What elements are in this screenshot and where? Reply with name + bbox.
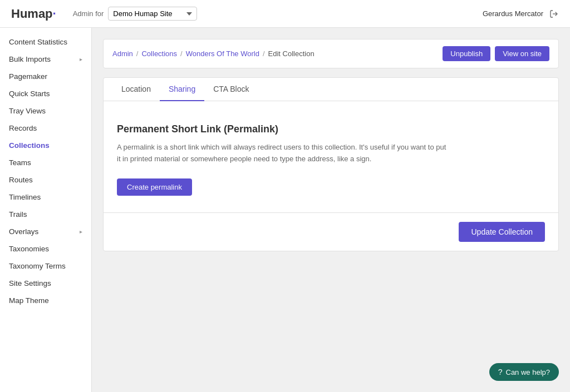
logo: Humap· (11, 7, 56, 21)
sidebar-item-taxonomies[interactable]: Taxonomies (0, 240, 91, 257)
card-footer: Update Collection (104, 212, 558, 251)
breadcrumb-sep-1: / (136, 49, 139, 58)
logout-icon[interactable] (549, 9, 559, 19)
sidebar-item-label: Teams (9, 158, 31, 167)
breadcrumb-admin[interactable]: Admin (112, 49, 133, 58)
breadcrumb-sep-3: / (263, 49, 265, 58)
breadcrumb-actions: Unpublish View on site (443, 46, 549, 61)
sidebar-item-label: Bulk Imports (9, 55, 51, 63)
sidebar-item-label: Timelines (9, 193, 41, 201)
sidebar-item-site-settings[interactable]: Site Settings (0, 275, 91, 292)
sidebar-item-routes[interactable]: Routes (0, 171, 91, 188)
logo-text: Humap· (11, 7, 56, 21)
permalink-description: A permalink is a short link which will a… (117, 142, 451, 165)
help-icon: ? (498, 368, 503, 376)
sidebar: Content StatisticsBulk Imports▸Pagemaker… (0, 28, 92, 392)
sidebar-item-label: Map Theme (9, 296, 49, 305)
sidebar-item-label: Records (9, 124, 37, 132)
sidebar-item-overlays[interactable]: Overlays▸ (0, 223, 91, 240)
sidebar-item-quick-starts[interactable]: Quick Starts (0, 85, 91, 102)
top-nav: Humap· Admin for Demo Humap Site Gerardu… (0, 0, 570, 28)
sidebar-item-bulk-imports[interactable]: Bulk Imports▸ (0, 51, 91, 68)
unpublish-button[interactable]: Unpublish (443, 46, 490, 61)
sidebar-item-collections[interactable]: Collections (0, 137, 91, 154)
sidebar-item-label: Taxonomy Terms (9, 262, 66, 270)
breadcrumb-bar: Admin / Collections / Wonders Of The Wor… (103, 39, 559, 68)
help-label: Can we help? (506, 368, 551, 376)
sidebar-item-label: Trails (9, 210, 27, 219)
sidebar-item-map-theme[interactable]: Map Theme (0, 292, 91, 309)
view-on-site-button[interactable]: View on site (495, 46, 549, 61)
breadcrumb: Admin / Collections / Wonders Of The Wor… (112, 49, 315, 58)
layout: Content StatisticsBulk Imports▸Pagemaker… (0, 28, 570, 392)
chevron-right-icon: ▸ (80, 56, 82, 62)
user-name: Gerardus Mercator (483, 9, 543, 18)
update-collection-button[interactable]: Update Collection (459, 222, 545, 242)
sidebar-item-label: Content Statistics (9, 38, 67, 46)
sidebar-item-trails[interactable]: Trails (0, 206, 91, 223)
tab-body: Permanent Short Link (Permalink) A perma… (104, 101, 558, 212)
breadcrumb-collection-name[interactable]: Wonders Of The World (186, 49, 259, 58)
tabs: Location Sharing CTA Block (104, 78, 558, 101)
breadcrumb-collections[interactable]: Collections (141, 49, 177, 58)
sidebar-item-pagemaker[interactable]: Pagemaker (0, 68, 91, 85)
breadcrumb-sep-2: / (180, 49, 183, 58)
sidebar-item-tray-views[interactable]: Tray Views (0, 102, 91, 120)
tab-cta-block[interactable]: CTA Block (204, 78, 258, 101)
sidebar-item-label: Collections (9, 141, 50, 150)
tab-location[interactable]: Location (112, 78, 160, 101)
user-area: Gerardus Mercator (483, 9, 559, 19)
admin-for-label: Admin for Demo Humap Site (73, 7, 198, 21)
breadcrumb-current: Edit Collection (268, 49, 315, 58)
sidebar-item-label: Taxonomies (9, 245, 49, 253)
help-button[interactable]: ? Can we help? (489, 363, 559, 381)
permalink-section: Permanent Short Link (Permalink) A perma… (117, 123, 451, 196)
sidebar-item-label: Overlays (9, 227, 38, 236)
sidebar-item-label: Tray Views (9, 107, 46, 115)
sidebar-item-label: Quick Starts (9, 90, 50, 98)
sidebar-item-label: Site Settings (9, 279, 51, 287)
sidebar-item-content-statistics[interactable]: Content Statistics (0, 33, 91, 51)
sidebar-item-label: Pagemaker (9, 72, 47, 81)
sidebar-item-label: Routes (9, 176, 33, 184)
permalink-title: Permanent Short Link (Permalink) (117, 123, 451, 135)
sidebar-item-timelines[interactable]: Timelines (0, 188, 91, 206)
sidebar-item-taxonomy-terms[interactable]: Taxonomy Terms (0, 257, 91, 275)
create-permalink-button[interactable]: Create permalink (117, 178, 192, 196)
sidebar-item-records[interactable]: Records (0, 120, 91, 137)
sidebar-item-teams[interactable]: Teams (0, 154, 91, 171)
main-content: Admin / Collections / Wonders Of The Wor… (92, 28, 570, 392)
tab-sharing[interactable]: Sharing (160, 78, 204, 101)
edit-collection-card: Location Sharing CTA Block Permanent Sho… (103, 77, 559, 251)
site-select[interactable]: Demo Humap Site (108, 7, 197, 21)
chevron-right-icon: ▸ (80, 229, 82, 235)
